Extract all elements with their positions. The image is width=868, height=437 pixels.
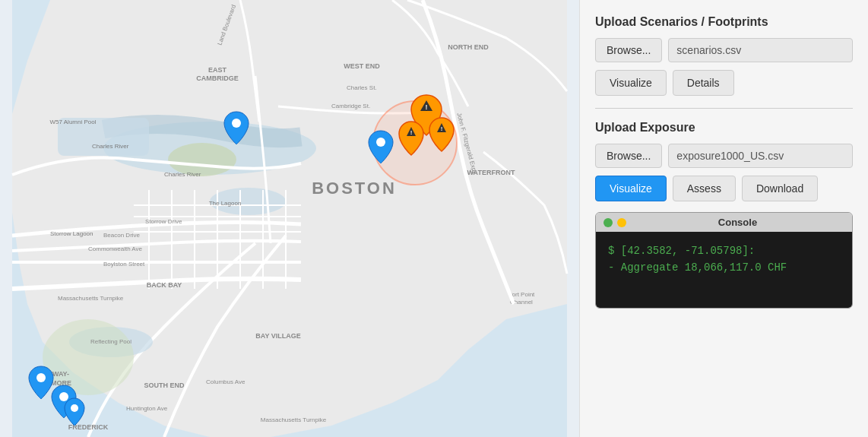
- svg-text:Huntington Ave: Huntington Ave: [126, 405, 168, 412]
- svg-text:BACK BAY: BACK BAY: [147, 281, 182, 289]
- sidebar: Upload Scenarios / Footprints Browse... …: [579, 0, 868, 437]
- svg-text:Commonwealth Ave: Commonwealth Ave: [88, 245, 143, 252]
- upload-exposure-section: Upload Exposure Browse... exposure1000_U…: [595, 121, 853, 201]
- divider1: [595, 108, 853, 109]
- scenarios-actions: Visualize Details: [595, 70, 853, 96]
- section2-title: Upload Exposure: [595, 121, 853, 135]
- svg-text:Reflecting Pool: Reflecting Pool: [90, 338, 131, 345]
- svg-text:Storrow Drive: Storrow Drive: [145, 218, 182, 225]
- exposure-filename: exposure1000_US.csv: [668, 144, 853, 168]
- section1-title: Upload Scenarios / Footprints: [595, 15, 853, 29]
- svg-text:Massachusetts Turnpike: Massachusetts Turnpike: [58, 295, 124, 302]
- svg-text:BOSTON: BOSTON: [312, 179, 397, 198]
- download-button[interactable]: Download: [742, 176, 818, 201]
- svg-text:Boylston Street: Boylston Street: [103, 261, 145, 268]
- svg-text:The Lagoon: The Lagoon: [209, 200, 242, 207]
- details-button[interactable]: Details: [673, 70, 734, 96]
- scenarios-filename: scenarios.csv: [668, 38, 853, 62]
- svg-point-59: [71, 404, 78, 412]
- svg-text:Storrow Lagoon: Storrow Lagoon: [50, 230, 93, 237]
- console-dot-yellow: [617, 218, 626, 227]
- upload-scenarios-section: Upload Scenarios / Footprints Browse... …: [595, 15, 853, 96]
- assess-button[interactable]: Assess: [673, 176, 736, 201]
- svg-text:SOUTH END: SOUTH END: [144, 382, 185, 389]
- svg-text:CAMBRIDGE: CAMBRIDGE: [196, 74, 239, 82]
- visualize2-button[interactable]: Visualize: [595, 176, 667, 201]
- svg-point-57: [59, 392, 68, 401]
- svg-text:Cambridge St.: Cambridge St.: [331, 103, 370, 109]
- svg-point-44: [376, 138, 385, 147]
- svg-text:NORTH END: NORTH END: [448, 43, 489, 51]
- svg-point-42: [232, 119, 241, 128]
- svg-text:WEST END: WEST END: [344, 62, 380, 70]
- console-line2: - Aggregate 18,066,117.0 CHF: [608, 259, 840, 276]
- svg-text:!: !: [426, 103, 428, 111]
- console-title: Console: [631, 217, 844, 228]
- scenarios-file-row: Browse... scenarios.csv: [595, 38, 853, 62]
- console-line1: $ [42.3582, -71.05798]:: [608, 242, 840, 259]
- svg-text:Columbus Ave: Columbus Ave: [206, 378, 246, 385]
- svg-text:Charles River: Charles River: [164, 171, 201, 178]
- exposure-actions: Visualize Assess Download: [595, 176, 853, 201]
- svg-text:Charles St.: Charles St.: [347, 84, 377, 91]
- svg-text:Charles River: Charles River: [92, 143, 129, 150]
- map-container[interactable]: EAST CAMBRIDGE WEST END NORTH END WATERF…: [0, 0, 579, 437]
- browse1-button[interactable]: Browse...: [595, 38, 662, 62]
- svg-text:EAST: EAST: [208, 66, 227, 74]
- svg-text:Massachusetts Turnpike: Massachusetts Turnpike: [261, 416, 327, 423]
- console-panel: Console $ [42.3582, -71.05798]: - Aggreg…: [595, 212, 853, 309]
- console-output: $ [42.3582, -71.05798]: - Aggregate 18,0…: [596, 232, 852, 308]
- console-dot-green: [603, 218, 613, 227]
- svg-text:!: !: [441, 125, 443, 132]
- svg-point-55: [36, 373, 46, 382]
- browse2-button[interactable]: Browse...: [595, 144, 662, 168]
- visualize1-button[interactable]: Visualize: [595, 70, 667, 96]
- console-titlebar: Console: [596, 213, 852, 232]
- svg-text:BAY VILLAGE: BAY VILLAGE: [255, 332, 301, 340]
- exposure-file-row: Browse... exposure1000_US.csv: [595, 144, 853, 168]
- svg-text:!: !: [410, 129, 413, 136]
- svg-text:Beacon Drive: Beacon Drive: [103, 232, 141, 239]
- svg-text:W57 Alumni Pool: W57 Alumni Pool: [50, 119, 97, 125]
